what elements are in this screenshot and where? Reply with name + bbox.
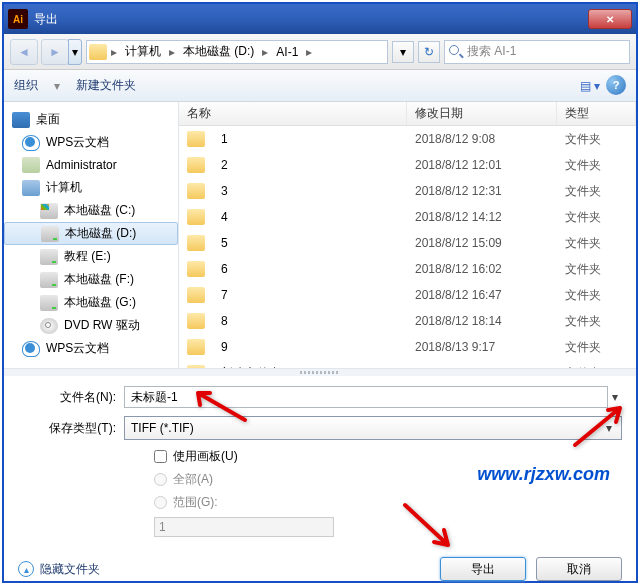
use-artboard-label: 使用画板(U) — [173, 448, 238, 465]
window-title: 导出 — [34, 11, 588, 28]
chevron-right-icon: ▸ — [304, 45, 314, 59]
cell-date: 2018/8/12 15:09 — [407, 236, 557, 250]
cloud-icon — [22, 135, 40, 151]
sidebar-item-user[interactable]: Administrator — [4, 154, 178, 176]
cell-date: 2018/8/12 9:08 — [407, 132, 557, 146]
sidebar-item-wps-cloud[interactable]: WPS云文档 — [4, 337, 178, 360]
cell-name: 7 — [213, 288, 407, 302]
sidebar-item-drive-c[interactable]: 本地磁盘 (C:) — [4, 199, 178, 222]
table-row[interactable]: 52018/8/12 15:09文件夹 — [179, 230, 636, 256]
cell-name: 新建文件夹 — [213, 365, 407, 369]
sidebar-item-drive-f[interactable]: 本地磁盘 (F:) — [4, 268, 178, 291]
folder-icon — [187, 183, 205, 199]
cell-name: 8 — [213, 314, 407, 328]
chevron-right-icon: ▸ — [260, 45, 270, 59]
cell-type: 文件夹 — [557, 157, 609, 174]
table-row[interactable]: 82018/8/12 18:14文件夹 — [179, 308, 636, 334]
address-dropdown[interactable]: ▾ — [392, 41, 414, 63]
help-button[interactable]: ? — [606, 75, 626, 95]
cell-type: 文件夹 — [557, 235, 609, 252]
forward-button[interactable]: ► — [41, 39, 69, 65]
refresh-button[interactable]: ↻ — [418, 41, 440, 63]
cell-type: 文件夹 — [557, 209, 609, 226]
cell-date: 2018/8/12 16:02 — [407, 262, 557, 276]
table-row[interactable]: 32018/8/12 12:31文件夹 — [179, 178, 636, 204]
cell-type: 文件夹 — [557, 339, 609, 356]
table-row[interactable]: 22018/8/12 12:01文件夹 — [179, 152, 636, 178]
cell-date: 2018/8/12 12:01 — [407, 158, 557, 172]
sidebar-item-computer[interactable]: 计算机 — [4, 176, 178, 199]
range-radio — [154, 496, 167, 509]
use-artboard-checkbox[interactable] — [154, 450, 167, 463]
cell-date: 2018/8/14 9:18 — [407, 366, 557, 368]
drive-icon — [40, 295, 58, 311]
table-row[interactable]: 12018/8/12 9:08文件夹 — [179, 126, 636, 152]
table-row[interactable]: 72018/8/12 16:47文件夹 — [179, 282, 636, 308]
sidebar-item-dvd[interactable]: DVD RW 驱动 — [4, 314, 178, 337]
range-input — [154, 517, 334, 537]
filetype-combo[interactable]: TIFF (*.TIF) ▾ — [124, 416, 622, 440]
column-date[interactable]: 修改日期 — [407, 102, 557, 125]
watermark: www.rjzxw.com — [477, 464, 610, 485]
cell-date: 2018/8/12 18:14 — [407, 314, 557, 328]
cell-date: 2018/8/12 12:31 — [407, 184, 557, 198]
search-input[interactable]: 搜索 AI-1 — [444, 40, 630, 64]
filename-label: 文件名(N): — [18, 389, 124, 406]
column-headers: 名称 修改日期 类型 — [179, 102, 636, 126]
new-folder-button[interactable]: 新建文件夹 — [76, 77, 136, 94]
dropdown-icon[interactable]: ▾ — [608, 390, 622, 404]
cell-name: 2 — [213, 158, 407, 172]
folder-icon — [187, 365, 205, 368]
table-row[interactable]: 新建文件夹2018/8/14 9:18文件夹 — [179, 360, 636, 368]
cell-type: 文件夹 — [557, 131, 609, 148]
breadcrumb-segment[interactable]: AI-1 — [272, 43, 302, 61]
resize-grip[interactable] — [4, 368, 636, 376]
sidebar-item-wps-cloud[interactable]: WPS云文档 — [4, 131, 178, 154]
column-name[interactable]: 名称 — [179, 102, 407, 125]
cell-name: 9 — [213, 340, 407, 354]
table-row[interactable]: 92018/8/13 9:17文件夹 — [179, 334, 636, 360]
cell-date: 2018/8/13 9:17 — [407, 340, 557, 354]
cell-type: 文件夹 — [557, 261, 609, 278]
search-placeholder: 搜索 AI-1 — [467, 43, 516, 60]
breadcrumb-segment[interactable]: 计算机 — [121, 41, 165, 62]
folder-icon — [187, 261, 205, 277]
cloud-icon — [22, 341, 40, 357]
close-button[interactable]: ✕ — [588, 9, 632, 29]
table-row[interactable]: 42018/8/12 14:12文件夹 — [179, 204, 636, 230]
folder-icon — [187, 157, 205, 173]
cell-type: 文件夹 — [557, 365, 609, 369]
cancel-button[interactable]: 取消 — [536, 557, 622, 581]
sidebar-item-drive-e[interactable]: 教程 (E:) — [4, 245, 178, 268]
desktop-icon — [12, 112, 30, 128]
dvd-icon — [40, 318, 58, 334]
breadcrumb-segment[interactable]: 本地磁盘 (D:) — [179, 41, 258, 62]
hide-folders-link[interactable]: ▴ 隐藏文件夹 — [18, 561, 100, 578]
sidebar-item-desktop[interactable]: 桌面 — [4, 108, 178, 131]
organize-menu[interactable]: 组织 — [14, 77, 38, 94]
sidebar-item-drive-d[interactable]: 本地磁盘 (D:) — [4, 222, 178, 245]
table-row[interactable]: 62018/8/12 16:02文件夹 — [179, 256, 636, 282]
view-options-button[interactable]: ▤ ▾ — [578, 75, 602, 97]
drive-icon — [40, 203, 58, 219]
filetype-label: 保存类型(T): — [18, 420, 124, 437]
cell-name: 1 — [213, 132, 407, 146]
sidebar: 桌面 WPS云文档 Administrator 计算机 本地磁盘 (C:) 本地… — [4, 102, 179, 368]
back-button[interactable]: ◄ — [10, 39, 38, 65]
folder-icon — [89, 44, 107, 60]
filename-input[interactable] — [124, 386, 608, 408]
sidebar-item-drive-g[interactable]: 本地磁盘 (G:) — [4, 291, 178, 314]
user-icon — [22, 157, 40, 173]
cell-type: 文件夹 — [557, 313, 609, 330]
folder-icon — [187, 339, 205, 355]
column-type[interactable]: 类型 — [557, 102, 636, 125]
history-dropdown[interactable]: ▾ — [68, 39, 82, 65]
file-list: 名称 修改日期 类型 12018/8/12 9:08文件夹22018/8/12 … — [179, 102, 636, 368]
nav-bar: ◄ ► ▾ ▸ 计算机 ▸ 本地磁盘 (D:) ▸ AI-1 ▸ ▾ ↻ 搜索 … — [4, 34, 636, 70]
file-rows[interactable]: 12018/8/12 9:08文件夹22018/8/12 12:01文件夹320… — [179, 126, 636, 368]
export-button[interactable]: 导出 — [440, 557, 526, 581]
address-bar[interactable]: ▸ 计算机 ▸ 本地磁盘 (D:) ▸ AI-1 ▸ — [86, 40, 388, 64]
drive-icon — [40, 249, 58, 265]
cell-name: 6 — [213, 262, 407, 276]
app-icon: Ai — [8, 9, 28, 29]
